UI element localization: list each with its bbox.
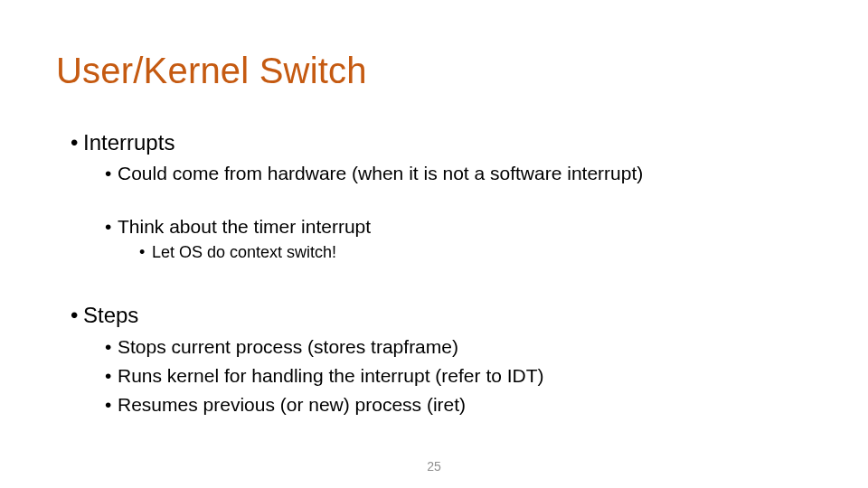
bullet-icon: •	[71, 128, 83, 157]
bullet-lvl2-hardware: •Could come from hardware (when it is no…	[105, 161, 812, 186]
bullet-lvl1-steps: •Steps	[71, 301, 812, 330]
bullet-icon: •	[105, 214, 118, 239]
bullet-lvl3-context-switch: •Let OS do context switch!	[139, 241, 812, 263]
bullet-icon: •	[105, 334, 118, 360]
bullet-text: Could come from hardware (when it is not…	[118, 163, 643, 183]
bullet-icon: •	[105, 161, 118, 186]
bullet-text: Runs kernel for handling the interrupt (…	[118, 365, 544, 386]
bullet-lvl2-runs-kernel: •Runs kernel for handling the interrupt …	[105, 363, 812, 389]
slide-title: User/Kernel Switch	[56, 51, 367, 91]
slide: User/Kernel Switch •Interrupts •Could co…	[0, 0, 868, 488]
spacer	[71, 265, 812, 301]
bullet-icon: •	[71, 301, 83, 330]
bullet-text: Interrupts	[83, 130, 175, 155]
bullet-text: Stops current process (stores trapframe)	[118, 336, 458, 357]
page-number: 25	[0, 459, 868, 474]
spacer	[71, 189, 812, 211]
bullet-text: Steps	[83, 303, 138, 327]
bullet-text: Let OS do context switch!	[152, 243, 336, 261]
bullet-text: Think about the timer interrupt	[118, 216, 371, 237]
bullet-lvl2-timer: •Think about the timer interrupt	[105, 214, 812, 239]
bullet-icon: •	[139, 241, 152, 263]
bullet-text: Resumes previous (or new) process (iret)	[118, 394, 466, 415]
bullet-lvl2-resumes: •Resumes previous (or new) process (iret…	[105, 392, 812, 418]
bullet-icon: •	[105, 392, 118, 418]
slide-content: •Interrupts •Could come from hardware (w…	[71, 128, 812, 420]
bullet-icon: •	[105, 363, 118, 389]
bullet-lvl2-stops: •Stops current process (stores trapframe…	[105, 334, 812, 360]
bullet-lvl1-interrupts: •Interrupts	[71, 128, 812, 157]
